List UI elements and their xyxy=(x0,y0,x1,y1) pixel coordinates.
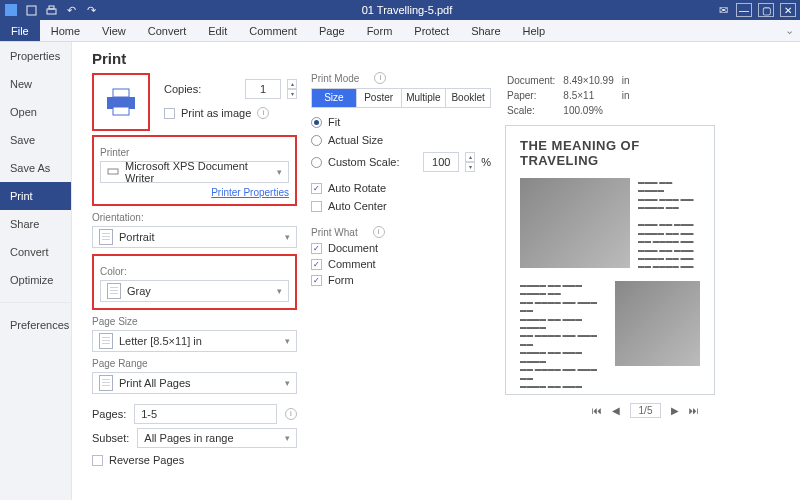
auto-rotate-checkbox[interactable]: ✓ xyxy=(311,183,322,194)
page-icon xyxy=(107,283,121,299)
sidebar-item-optimize[interactable]: Optimize xyxy=(0,266,71,294)
svg-rect-7 xyxy=(108,169,118,174)
tab-edit[interactable]: Edit xyxy=(197,20,238,41)
chevron-down-icon: ▾ xyxy=(285,336,290,346)
page-range-section-label: Page Range xyxy=(92,358,297,369)
sidebar-item-save[interactable]: Save xyxy=(0,126,71,154)
tab-protect[interactable]: Protect xyxy=(403,20,460,41)
svg-rect-1 xyxy=(27,6,36,15)
copies-input[interactable]: 1 xyxy=(245,79,281,99)
orientation-value: Portrait xyxy=(119,231,154,243)
svg-rect-2 xyxy=(47,9,56,14)
tab-convert[interactable]: Convert xyxy=(137,20,198,41)
mail-icon[interactable]: ✉ xyxy=(716,3,730,17)
printer-properties-link[interactable]: Printer Properties xyxy=(211,187,289,198)
info-icon[interactable]: i xyxy=(374,72,386,84)
sidebar-item-properties[interactable]: Properties xyxy=(0,42,71,70)
chevron-down-icon: ▾ xyxy=(285,232,290,242)
first-page-button[interactable]: ⏮ xyxy=(592,405,602,416)
tab-form[interactable]: Form xyxy=(356,20,404,41)
custom-scale-stepper[interactable]: ▴▾ xyxy=(465,152,475,172)
pages-input[interactable]: 1-5 xyxy=(134,404,277,424)
page-range-value: Print All Pages xyxy=(119,377,191,389)
highlight-color-section: Color: Gray ▾ xyxy=(92,254,297,310)
tab-comment[interactable]: Comment xyxy=(238,20,308,41)
sidebar-item-save-as[interactable]: Save As xyxy=(0,154,71,182)
info-icon[interactable]: i xyxy=(257,107,269,119)
prev-page-button[interactable]: ◀ xyxy=(612,405,620,416)
printer-device-icon xyxy=(107,166,119,178)
percent-label: % xyxy=(481,156,491,168)
chevron-down-icon: ▾ xyxy=(285,433,290,443)
reverse-pages-label: Reverse Pages xyxy=(109,454,184,466)
orientation-select[interactable]: Portrait ▾ xyxy=(92,226,297,248)
auto-center-label: Auto Center xyxy=(328,200,387,212)
custom-scale-input[interactable]: 100 xyxy=(423,152,459,172)
orientation-section-label: Orientation: xyxy=(92,212,297,223)
sidebar-item-preferences[interactable]: Preferences xyxy=(0,311,71,339)
undo-icon[interactable]: ↶ xyxy=(64,3,78,17)
auto-rotate-label: Auto Rotate xyxy=(328,182,386,194)
color-section-label: Color: xyxy=(100,266,289,277)
preview-pager: ⏮ ◀ 1/5 ▶ ⏭ xyxy=(505,403,786,418)
auto-center-checkbox[interactable] xyxy=(311,201,322,212)
page-number-input[interactable]: 1/5 xyxy=(630,403,662,418)
fit-radio[interactable] xyxy=(311,117,322,128)
preview-image xyxy=(520,178,630,268)
tab-file[interactable]: File xyxy=(0,20,40,41)
color-select[interactable]: Gray ▾ xyxy=(100,280,289,302)
printer-select[interactable]: Microsoft XPS Document Writer ▾ xyxy=(100,161,289,183)
page-icon xyxy=(99,333,113,349)
sidebar-item-convert[interactable]: Convert xyxy=(0,238,71,266)
ribbon-collapse-icon[interactable]: ⌄ xyxy=(778,20,800,41)
printer-section-label: Printer xyxy=(100,147,289,158)
preview-metadata: Document:8.49×10.99in Paper:8.5×11in Sca… xyxy=(505,72,637,119)
sidebar-item-print[interactable]: Print xyxy=(0,182,71,210)
pw-form-label: Form xyxy=(328,274,354,286)
custom-scale-radio[interactable] xyxy=(311,157,322,168)
printer-large-icon xyxy=(104,87,138,117)
svg-rect-6 xyxy=(113,107,129,115)
tab-share[interactable]: Share xyxy=(460,20,511,41)
tab-help[interactable]: Help xyxy=(512,20,557,41)
mode-tab-booklet[interactable]: Booklet xyxy=(446,89,490,107)
next-page-button[interactable]: ▶ xyxy=(671,405,679,416)
pw-comment-checkbox[interactable]: ✓ xyxy=(311,259,322,270)
info-icon[interactable]: i xyxy=(285,408,297,420)
page-title: Print xyxy=(92,50,297,67)
page-size-select[interactable]: Letter [8.5×11] in ▾ xyxy=(92,330,297,352)
actual-size-radio[interactable] xyxy=(311,135,322,146)
app-logo-icon xyxy=(4,3,18,17)
page-range-select[interactable]: Print All Pages ▾ xyxy=(92,372,297,394)
print-icon[interactable] xyxy=(44,3,58,17)
sidebar-item-open[interactable]: Open xyxy=(0,98,71,126)
mode-tab-multiple[interactable]: Multiple xyxy=(402,89,447,107)
pw-document-label: Document xyxy=(328,242,378,254)
reverse-pages-checkbox[interactable] xyxy=(92,455,103,466)
svg-rect-5 xyxy=(113,89,129,97)
last-page-button[interactable]: ⏭ xyxy=(689,405,699,416)
pages-label: Pages: xyxy=(92,408,126,420)
page-icon xyxy=(99,229,113,245)
pw-document-checkbox[interactable]: ✓ xyxy=(311,243,322,254)
redo-icon[interactable]: ↷ xyxy=(84,3,98,17)
tab-page[interactable]: Page xyxy=(308,20,356,41)
close-button[interactable]: ✕ xyxy=(780,3,796,17)
mode-tab-poster[interactable]: Poster xyxy=(357,89,402,107)
sidebar-item-new[interactable]: New xyxy=(0,70,71,98)
tab-view[interactable]: View xyxy=(91,20,137,41)
copies-stepper[interactable]: ▴▾ xyxy=(287,79,297,99)
maximize-button[interactable]: ▢ xyxy=(758,3,774,17)
info-icon[interactable]: i xyxy=(373,226,385,238)
printer-value: Microsoft XPS Document Writer xyxy=(125,160,271,184)
save-icon[interactable] xyxy=(24,3,38,17)
mode-tab-size[interactable]: Size xyxy=(312,89,357,107)
page-icon xyxy=(99,375,113,391)
subset-select[interactable]: All Pages in range ▾ xyxy=(137,428,297,448)
sidebar-item-share[interactable]: Share xyxy=(0,210,71,238)
tab-home[interactable]: Home xyxy=(40,20,91,41)
print-as-image-checkbox[interactable] xyxy=(164,108,175,119)
pw-form-checkbox[interactable]: ✓ xyxy=(311,275,322,286)
print-what-label: Print What xyxy=(311,227,358,238)
minimize-button[interactable]: — xyxy=(736,3,752,17)
